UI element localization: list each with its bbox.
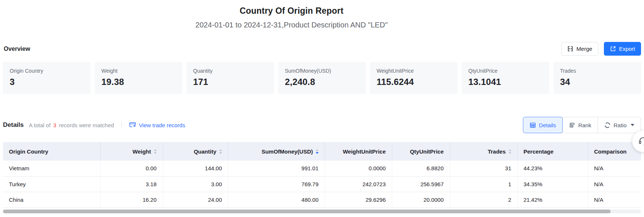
cell-origin-country: China [3, 192, 100, 207]
column-header-label: Quantity [194, 148, 217, 155]
overview-cards: Origin Country3Weight19.38Quantity171Sum… [3, 62, 641, 94]
cell-sumofmoney-usd: 480.00 [228, 192, 325, 207]
column-header-label: Comparison [594, 148, 627, 155]
export-button[interactable]: Export [604, 42, 641, 56]
sort-icon[interactable] [219, 149, 222, 154]
view-trade-records-label: View trade records [139, 122, 185, 128]
column-header-label: Percentage [524, 148, 554, 155]
overview-card-weightunitprice: WeightUnitPrice115.6244 [370, 62, 458, 94]
overview-card-sumofmoney-usd: SumOfMoney(USD)2,240.8 [278, 62, 366, 94]
card-label: Weight [101, 68, 176, 74]
toolbar-buttons: Merge Export [561, 42, 641, 56]
horizontal-scrollbar-track[interactable] [3, 210, 641, 213]
column-header-label: SumOfMoney(USD) [261, 148, 313, 155]
card-value: 13.1041 [468, 77, 543, 87]
cell-quantity: 3.00 [163, 176, 228, 192]
headset-icon [638, 136, 644, 147]
cell-comparison: N/A [588, 192, 641, 207]
merge-button[interactable]: Merge [561, 42, 598, 56]
sort-icon[interactable] [316, 149, 319, 154]
cell-percentage: 44.23% [517, 161, 588, 176]
column-header-label: Trades [488, 148, 505, 155]
card-value: 19.38 [101, 77, 176, 87]
card-value: 2,240.8 [285, 77, 359, 87]
table-row: China16.2024.00480.0029.629620.0000221.4… [3, 192, 641, 207]
cell-quantity: 144.00 [163, 161, 228, 176]
match-summary: A total of 3 records were matched [29, 122, 114, 128]
card-label: Quantity [193, 68, 267, 74]
view-mode-ratio-button[interactable]: Ratio [598, 117, 641, 133]
overview-card-qtyunitprice: QtyUnitPrice13.1041 [462, 62, 549, 94]
column-header-label: WeightUnitPrice [343, 148, 386, 155]
cell-weightunitprice: 0.0000 [325, 161, 392, 176]
view-trade-records-link[interactable]: View trade records [129, 121, 185, 129]
report-header: Country Of Origin Report 2024-01-01 to 2… [0, 0, 583, 29]
card-label: WeightUnitPrice [377, 68, 451, 74]
cell-origin-country: Turkey [3, 176, 100, 192]
view-mode-switch: DetailsRankRatio [523, 117, 641, 133]
view-mode-rank-button[interactable]: Rank [562, 117, 598, 133]
column-header-weight[interactable]: Weight [100, 142, 163, 161]
cell-comparison: N/A [588, 176, 641, 192]
view-mode-details-button[interactable]: Details [523, 117, 563, 133]
match-count: 3 [53, 122, 56, 128]
cell-qtyunitprice: 20.0000 [392, 192, 450, 207]
view-mode-label: Ratio [614, 122, 627, 128]
rank-icon [569, 122, 575, 128]
details-table: Origin CountryWeightQuantitySumOfMoney(U… [3, 142, 641, 208]
card-label: Trades [560, 68, 634, 74]
cell-weight: 16.20 [100, 192, 163, 207]
summary-prefix: A total of [29, 122, 51, 128]
cell-qtyunitprice: 256.5967 [392, 176, 450, 192]
cell-sumofmoney-usd: 991.01 [228, 161, 325, 176]
cell-weight: 0.00 [100, 161, 163, 176]
column-header-origin-country: Origin Country [3, 142, 100, 161]
card-value: 171 [193, 77, 267, 87]
details-heading: Details [3, 121, 24, 129]
view-mode-label: Rank [578, 122, 591, 128]
column-header-label: Origin Country [9, 148, 48, 155]
table-header-row: Origin CountryWeightQuantitySumOfMoney(U… [3, 142, 641, 161]
cell-percentage: 21.42% [517, 192, 588, 207]
table-row: Vietnam0.00144.00991.010.00006.88203144.… [3, 161, 641, 176]
cell-weight: 3.18 [100, 176, 163, 192]
view-mode-label: Details [539, 122, 556, 128]
column-header-sumofmoney-usd[interactable]: SumOfMoney(USD) [228, 142, 325, 161]
divider [121, 122, 122, 128]
horizontal-scrollbar-thumb[interactable] [3, 210, 611, 213]
overview-heading: Overview [3, 46, 30, 52]
overview-card-quantity: Quantity171 [186, 62, 274, 94]
column-header-quantity[interactable]: Quantity [163, 142, 228, 161]
sort-icon[interactable] [508, 149, 511, 154]
merge-button-label: Merge [576, 46, 592, 52]
overview-card-origin-country: Origin Country3 [3, 62, 91, 94]
card-label: QtyUnitPrice [468, 68, 543, 74]
card-value: 3 [10, 77, 84, 87]
cell-percentage: 34.35% [517, 176, 588, 192]
export-button-label: Export [619, 46, 635, 52]
column-header-label: Weight [133, 148, 151, 155]
cell-trades: 1 [450, 176, 517, 192]
card-label: Origin Country [10, 68, 84, 74]
cell-comparison: N/A [588, 161, 641, 176]
cell-sumofmoney-usd: 769.79 [228, 176, 325, 192]
cell-quantity: 24.00 [163, 192, 228, 207]
card-value: 115.6244 [377, 77, 451, 87]
card-label: SumOfMoney(USD) [285, 68, 359, 74]
cell-weightunitprice: 29.6296 [325, 192, 392, 207]
column-header-trades[interactable]: Trades [450, 142, 517, 161]
chevron-down-icon [631, 124, 634, 126]
card-value: 34 [560, 77, 634, 87]
cell-origin-country: Vietnam [3, 161, 100, 176]
cell-weightunitprice: 242.0723 [325, 176, 392, 192]
overview-card-weight: Weight19.38 [95, 62, 182, 94]
ratio-refresh-icon [604, 122, 611, 128]
cell-qtyunitprice: 6.8820 [392, 161, 450, 176]
column-header-weightunitprice: WeightUnitPrice [325, 142, 392, 161]
merge-cells-icon [567, 46, 573, 52]
column-header-percentage: Percentage [517, 142, 588, 161]
sort-icon[interactable] [154, 149, 157, 154]
table-grid-icon [530, 122, 536, 128]
cell-trades: 2 [450, 192, 517, 207]
column-header-label: QtyUnitPrice [410, 148, 444, 155]
